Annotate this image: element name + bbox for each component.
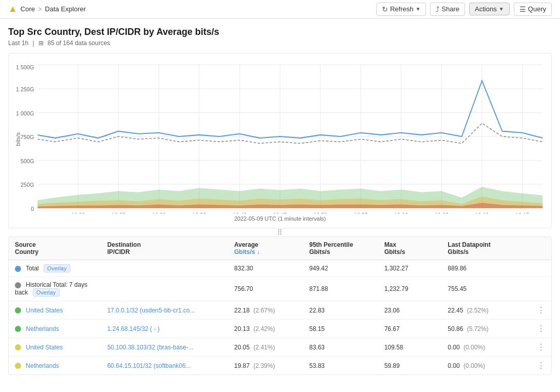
avg-cell: 22.18 (2.67%): [228, 301, 303, 320]
avg-cell: 19.87 (2.39%): [228, 357, 303, 375]
share-label: Share: [441, 5, 459, 13]
last-cell: 889.86: [441, 260, 528, 277]
nav-core[interactable]: Core: [21, 5, 35, 13]
query-label: Query: [528, 5, 546, 13]
dest-cell: [101, 277, 228, 301]
actions-label: Actions: [475, 5, 497, 13]
x-label-3: 18:30: [152, 212, 166, 213]
row-menu-button[interactable]: ⋮: [528, 357, 551, 375]
source-cell: Netherlands: [9, 357, 101, 375]
y-label-0: 0: [31, 206, 34, 212]
row-menu-button[interactable]: ⋮: [528, 338, 551, 357]
row-menu-button[interactable]: ⋮: [528, 301, 551, 320]
chart-svg: 0 250G 500G 750G 1 000G 1 250G 1 500G bi…: [15, 60, 545, 213]
source-link[interactable]: Netherlands: [26, 362, 59, 369]
row-color-dot: [15, 266, 21, 272]
x-label-11: 19:10: [475, 212, 489, 213]
source-label: Total: [26, 265, 38, 272]
menu-cell: [528, 260, 551, 277]
table-row: Netherlands 60.64.15.101/32 (softbank06.…: [9, 357, 551, 375]
source-cell: Total Overlay: [9, 260, 101, 277]
dest-link[interactable]: 17.0.0.1/32 (usden5-bb-cr1.co...: [107, 307, 195, 314]
page-subtitle: Last 1h | ⊞ 85 of 164 data sources: [8, 40, 552, 47]
avg-cell: 756.70: [228, 277, 303, 301]
p95-cell: 83.63: [303, 338, 378, 357]
y-label-250g: 250G: [21, 182, 34, 188]
chart-container: 0 250G 500G 750G 1 000G 1 250G 1 500G bi…: [8, 53, 552, 228]
row-color-dot: [15, 326, 21, 332]
max-cell: 1,302.27: [378, 260, 442, 277]
refresh-button[interactable]: ↻ Refresh ▼: [376, 3, 426, 16]
avg-cell: 20.13 (2.42%): [228, 320, 303, 338]
refresh-icon: ↻: [382, 5, 388, 13]
table-header-row: Source Country Destination IP/CIDR Avera…: [9, 237, 551, 260]
y-label-1000g: 1 000G: [16, 110, 34, 116]
th-avg[interactable]: Average Gbits/s ↓: [228, 237, 303, 260]
source-link[interactable]: United States: [26, 307, 63, 314]
share-button[interactable]: ⤴ Share: [430, 3, 465, 16]
source-link[interactable]: United States: [26, 344, 63, 351]
x-label-4: 18:35: [192, 212, 206, 213]
source-cell: Netherlands: [9, 320, 101, 338]
table-row: Netherlands 1.24.68.145/32 ( - ) 20.13 (…: [9, 320, 551, 338]
source-cell: United States: [9, 301, 101, 320]
overlay-badge[interactable]: Overlay: [44, 264, 70, 272]
x-label-5: 18:40: [233, 212, 246, 213]
header: ▲ Core > Data Explorer ↻ Refresh ▼ ⤴ Sha…: [0, 0, 560, 18]
chart-footer: 2022-05-09 UTC (1 minute intervals): [15, 215, 545, 224]
refresh-dropdown-icon: ▼: [415, 6, 420, 12]
th-source[interactable]: Source Country: [9, 237, 101, 260]
y-label-1500g: 1 500G: [16, 64, 34, 70]
y-label-500g: 500G: [21, 158, 34, 164]
th-last[interactable]: Last Datapoint Gbits/s: [441, 237, 528, 260]
x-label-8: 18:55: [354, 212, 368, 213]
header-left: ▲ Core > Data Explorer: [8, 4, 376, 14]
p95-cell: 949.42: [303, 260, 378, 277]
table-row: United States 17.0.0.1/32 (usden5-bb-cr1…: [9, 301, 551, 320]
nav-explorer[interactable]: Data Explorer: [45, 5, 86, 13]
overlay-badge[interactable]: Overlay: [33, 288, 60, 297]
table-container: Source Country Destination IP/CIDR Avera…: [8, 237, 552, 375]
resize-handle[interactable]: ⠿: [8, 228, 552, 237]
avg-cell: 20.05 (2.41%): [228, 338, 303, 357]
query-button[interactable]: ☰ Query: [514, 3, 552, 16]
dest-cell: 60.64.15.101/32 (softbank06...: [101, 357, 228, 375]
avg-cell: 832.30: [228, 260, 303, 277]
table-row: United States 50.100.38.103/32 (bras-bas…: [9, 338, 551, 357]
chart-area: 0 250G 500G 750G 1 000G 1 250G 1 500G bi…: [15, 60, 545, 213]
x-label-10: 19:05: [435, 212, 449, 213]
actions-button[interactable]: Actions ▼: [469, 3, 510, 15]
y-label-1250g: 1 250G: [16, 86, 34, 92]
share-icon: ⤴: [436, 5, 439, 13]
subtitle-time: Last 1h: [8, 40, 28, 47]
source-link[interactable]: Netherlands: [26, 325, 59, 332]
p95-cell: 58.15: [303, 320, 378, 338]
th-max[interactable]: Max Gbits/s: [378, 237, 442, 260]
max-cell: 76.67: [378, 320, 442, 338]
dest-cell: 1.24.68.145/32 ( - ): [101, 320, 228, 338]
x-label-12: 19:15: [515, 212, 529, 213]
x-label-7: 18:50: [314, 212, 327, 213]
main-content: Top Src Country, Dest IP/CIDR by Average…: [0, 18, 560, 383]
y-unit-label: bits/s: [15, 132, 21, 146]
header-right: ↻ Refresh ▼ ⤴ Share Actions ▼ ☰ Query: [376, 3, 552, 16]
source-cell: United States: [9, 338, 101, 357]
th-dest[interactable]: Destination IP/CIDR: [101, 237, 228, 260]
dest-link[interactable]: 50.100.38.103/32 (bras-base-...: [107, 344, 194, 351]
last-cell: 22.45 (2.52%): [441, 301, 528, 320]
p95-cell: 871.88: [303, 277, 378, 301]
dest-link[interactable]: 1.24.68.145/32 ( - ): [107, 325, 160, 332]
page-title: Top Src Country, Dest IP/CIDR by Average…: [8, 27, 552, 37]
max-cell: 59.89: [378, 357, 442, 375]
row-menu-button[interactable]: ⋮: [528, 320, 551, 338]
x-label-6: 18:45: [273, 212, 287, 213]
max-cell: 109.58: [378, 338, 442, 357]
dest-cell: 17.0.0.1/32 (usden5-bb-cr1.co...: [101, 301, 228, 320]
th-p95[interactable]: 95th Percentile Gbits/s: [303, 237, 378, 260]
menu-cell: [528, 277, 551, 301]
th-menu: [528, 237, 551, 260]
source-cell: Historical Total: 7 days back Overlay: [9, 277, 101, 301]
dest-link[interactable]: 60.64.15.101/32 (softbank06...: [107, 362, 191, 369]
dest-cell: [101, 260, 228, 277]
query-icon: ☰: [519, 5, 526, 13]
